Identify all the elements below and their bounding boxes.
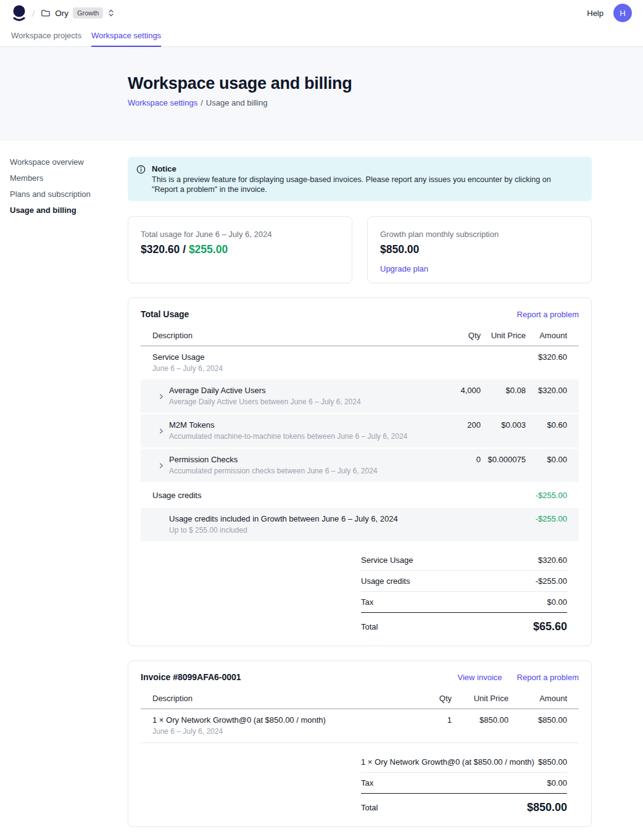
row-name: Service Usage <box>152 352 420 362</box>
workspace-switcher[interactable]: Ory Growth <box>41 7 115 19</box>
workspace-name: Ory <box>55 9 68 18</box>
expand-chevron-icon[interactable] <box>158 428 165 435</box>
settings-sidebar: Workspace overview Members Plans and sub… <box>0 141 128 222</box>
cell-qty: 0 <box>420 455 481 465</box>
total-value: $850.00 <box>527 801 567 814</box>
report-problem-link[interactable]: Report a problem <box>517 310 579 319</box>
tab-workspace-settings[interactable]: Workspace settings <box>91 26 161 47</box>
view-invoice-link[interactable]: View invoice <box>458 673 502 682</box>
total-usage-summary-card: Total usage for June 6 – July 6, 2024 $3… <box>128 216 352 283</box>
total-usage-card-head: Total Usage Report a problem <box>141 309 579 319</box>
summary-total-row: Total $65.60 <box>361 613 567 633</box>
summary-label: 1 × Ory Network Growth@0 (at $850.00 / m… <box>361 757 534 767</box>
summary-value: $0.00 <box>547 778 567 788</box>
summary-label: Service Usage <box>361 555 413 565</box>
cell-description: 1 × Ory Network Growth@0 (at $850.00 / m… <box>152 715 415 736</box>
cell-unit-price: $850.00 <box>452 715 508 725</box>
summary-row-usage-credits: Usage credits -$255.00 <box>361 571 567 592</box>
col-amount: Amount <box>526 331 567 341</box>
invoice-card-head: Invoice #8099AFA6-0001 View invoice Repo… <box>141 672 579 682</box>
usage-amount-separator: / <box>183 243 186 256</box>
sidebar-item-plans-and-subscription[interactable]: Plans and subscription <box>10 190 128 198</box>
cell-amount: -$255.00 <box>526 514 567 524</box>
total-label: Total <box>361 803 378 812</box>
row-description: Accumulated machine-to-machine tokens be… <box>169 432 407 441</box>
summary-total-row: Total $850.00 <box>361 794 567 814</box>
sidebar-item-usage-and-billing[interactable]: Usage and billing <box>10 206 128 214</box>
cell-description-text: Usage credits included in Growth between… <box>169 514 420 535</box>
table-row-invoice-line-item: 1 × Ory Network Growth@0 (at $850.00 / m… <box>141 709 579 743</box>
cell-description: Usage credits included in Growth between… <box>152 514 420 535</box>
breadcrumb: Workspace settings / Usage and billing <box>128 98 643 107</box>
report-problem-link[interactable]: Report a problem <box>517 673 579 682</box>
row-name: Permission Checks <box>169 455 378 465</box>
col-unit-price: Unit Price <box>481 331 526 341</box>
summary-value: $320.60 <box>538 555 567 565</box>
cell-amount: $320.00 <box>526 386 567 396</box>
cell-qty: 200 <box>420 420 481 430</box>
summary-value: $0.00 <box>547 597 567 607</box>
notice-text: Notice This is a preview feature for dis… <box>152 164 578 194</box>
cell-description: Permission Checks Accumulated permission… <box>152 455 420 476</box>
table-row-m2m-tokens: M2M Tokens Accumulated machine-to-machin… <box>141 414 579 447</box>
total-usage-title: Total Usage <box>141 309 189 319</box>
ory-logo[interactable] <box>12 5 26 22</box>
usage-summary: Service Usage $320.60 Usage credits -$25… <box>361 550 567 633</box>
tab-workspace-projects[interactable]: Workspace projects <box>11 26 81 47</box>
table-row-credits-detail: Usage credits included in Growth between… <box>141 508 579 541</box>
table-header-row: Description Qty Unit Price Amount <box>141 688 579 709</box>
col-qty: Qty <box>415 694 452 704</box>
total-label: Total <box>361 622 378 631</box>
expand-chevron-icon[interactable] <box>158 393 165 400</box>
topbar: / Ory Growth Help H <box>0 0 643 26</box>
sidebar-item-members[interactable]: Members <box>10 174 128 182</box>
content-column: Notice This is a preview feature for dis… <box>128 141 592 837</box>
page-header: Workspace usage and billing Workspace se… <box>0 47 643 141</box>
summary-row-tax: Tax $0.00 <box>361 592 567 613</box>
breadcrumb-link-workspace-settings[interactable]: Workspace settings <box>128 98 197 107</box>
summary-cards-row: Total usage for June 6 – July 6, 2024 $3… <box>128 216 592 283</box>
table-header-row: Description Qty Unit Price Amount <box>141 325 579 346</box>
cell-amount: $850.00 <box>508 715 567 725</box>
usage-card-label: Total usage for June 6 – July 6, 2024 <box>141 230 339 239</box>
table-row-usage-credits: Usage credits -$255.00 <box>141 483 579 508</box>
cell-qty: 4,000 <box>420 386 481 396</box>
cell-unit-price: $0.003 <box>481 420 526 430</box>
folder-icon <box>41 8 51 18</box>
col-unit-price: Unit Price <box>452 694 508 704</box>
cell-description-text: M2M Tokens Accumulated machine-to-machin… <box>169 420 407 441</box>
info-icon <box>136 165 146 194</box>
main-area: Workspace overview Members Plans and sub… <box>0 141 643 837</box>
cell-amount: $0.60 <box>526 420 567 430</box>
breadcrumb-separator: / <box>201 98 203 107</box>
topbar-slash-separator: / <box>32 8 35 19</box>
cell-amount: $320.60 <box>526 352 567 362</box>
row-period: June 6 – July 6, 2024 <box>152 727 415 736</box>
summary-label: Tax <box>361 597 373 607</box>
cell-amount: -$255.00 <box>526 491 567 501</box>
col-description: Description <box>152 331 420 340</box>
ory-logo-icon <box>12 5 26 22</box>
row-description: Accumulated permission checks between Ju… <box>169 467 378 476</box>
tab-bar: Workspace projects Workspace settings <box>0 26 643 47</box>
expand-chevron-icon[interactable] <box>158 462 165 469</box>
table-row-service-usage: Service Usage June 6 – July 6, 2024 $320… <box>141 346 579 380</box>
row-name: M2M Tokens <box>169 420 407 430</box>
help-link[interactable]: Help <box>587 9 604 18</box>
total-value: $65.60 <box>533 620 567 633</box>
invoice-summary: 1 × Ory Network Growth@0 (at $850.00 / m… <box>361 752 567 814</box>
row-description: Average Daily Active Users between June … <box>169 397 361 407</box>
row-name: Usage credits included in Growth between… <box>169 514 420 524</box>
notice-title: Notice <box>152 164 578 174</box>
avatar[interactable]: H <box>613 4 632 22</box>
plan-card-price: $850.00 <box>380 243 579 257</box>
plan-subscription-card: Growth plan monthly subscription $850.00… <box>367 216 592 283</box>
upgrade-plan-link[interactable]: Upgrade plan <box>380 264 428 273</box>
breadcrumb-current: Usage and billing <box>206 98 268 107</box>
invoice-head-links: View invoice Report a problem <box>458 673 579 682</box>
row-name: Average Daily Active Users <box>169 386 361 396</box>
cell-description: M2M Tokens Accumulated machine-to-machin… <box>152 420 420 441</box>
cell-qty: 1 <box>415 715 452 725</box>
sidebar-item-workspace-overview[interactable]: Workspace overview <box>10 158 128 166</box>
cell-description: Usage credits <box>152 491 420 501</box>
